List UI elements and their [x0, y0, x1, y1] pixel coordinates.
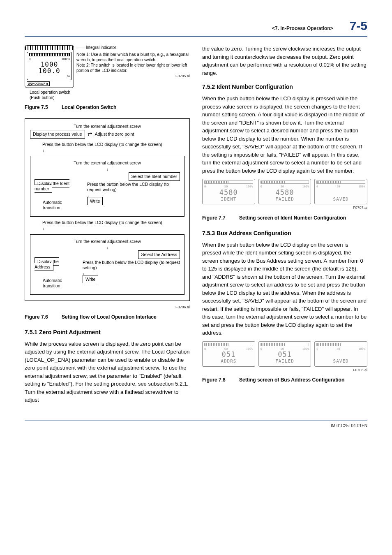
- lcd-label: SAVED: [316, 358, 365, 365]
- lcd-failed: 050100% 4580 FAILED: [258, 179, 311, 204]
- figure-7-5: 0100% 1000 100.0 % YOKOGAWA ◆ Local oper…: [25, 45, 190, 100]
- figure-7-5-caption: Figure 7.5Local Operation Switch: [25, 104, 190, 111]
- lcd-value: [316, 189, 365, 196]
- lcd-value: 4580: [204, 189, 253, 196]
- right-column: the value to zero. Turning the screw clo…: [202, 45, 367, 408]
- flow-display-addr: Display the Address: [35, 257, 59, 271]
- left-column: 0100% 1000 100.0 % YOKOGAWA ◆ Local oper…: [25, 45, 190, 408]
- figure-id: F0708.ai: [202, 368, 367, 373]
- flow-write-1: Write: [87, 197, 103, 205]
- arrow-down-icon-2: [30, 226, 184, 231]
- flow-adjust-zero: Adjust the zero point: [95, 131, 134, 138]
- integral-indicator-label: Integral indicator: [86, 45, 116, 50]
- lcd-saved: 050100% SAVED: [314, 341, 367, 367]
- note-1: Note 1: Use a thin bar which has a blunt…: [76, 52, 190, 62]
- flow-press-set: Press the button below the LCD display (…: [83, 259, 180, 271]
- lcd-pct: %: [67, 74, 70, 79]
- heading-7-5-3: 7.5.3 Bus Address Configuration: [202, 229, 367, 238]
- lcd-value: 051: [261, 351, 309, 358]
- flow-auto-2: Automatic transition: [43, 277, 74, 289]
- lcd-addrs: 050100% 051 ADDRS: [202, 341, 255, 367]
- body-7-5-3: When the push button below the LCD displ…: [202, 241, 367, 337]
- flow-select-ident: Select the Ident number: [129, 172, 180, 181]
- flow-auto-1: Automatic transition: [43, 199, 79, 211]
- flow-write-2: Write: [83, 275, 98, 283]
- lcd-value: 4580: [261, 189, 309, 196]
- body-7-5-2: When the push button below the LCD displ…: [202, 95, 367, 175]
- figure-7-6-caption: Figure 7.6Setting flow of Local Operatio…: [25, 313, 190, 321]
- lcd-indicator-icon: 0100% 1000 100.0 % YOKOGAWA ◆: [25, 45, 74, 88]
- local-switch-label: Local operation switch (Push-button): [30, 90, 74, 100]
- lcd-value: 051: [204, 351, 253, 358]
- lcd-value: [316, 351, 365, 358]
- footer-docid: IM 01C25T04-01EN: [25, 421, 367, 429]
- push-button-icon: [28, 83, 32, 86]
- figure-id: F0706.ai: [25, 305, 190, 310]
- flow-turn-ext-3: Turn the external adjustment screw: [35, 238, 180, 245]
- body-7-5-1: While the process value screen is displa…: [25, 340, 190, 404]
- figure-id: F0707.ai: [202, 205, 367, 211]
- lcd-value-big: 100.0: [29, 68, 70, 74]
- lcd-label: IDENT: [204, 196, 253, 203]
- flow-press-write-1: Press the button below the LCD display (…: [87, 181, 180, 193]
- arrow-down-icon: [30, 148, 184, 153]
- lcd-saved: 050100% SAVED: [314, 179, 367, 204]
- lcd-failed: 050100% 051 FAILED: [258, 341, 311, 367]
- figure-7-8-caption: Figure 7.8Setting screen of Bus Address …: [202, 376, 367, 384]
- page-number: 7-5: [350, 16, 367, 35]
- heading-7-5-2: 7.5.2 Ident Number Configuration: [202, 83, 367, 91]
- lcd-label: SAVED: [316, 196, 365, 203]
- note-2: Note 2: The switch is located in either …: [76, 62, 190, 73]
- figure-7-7-caption: Figure 7.7Setting screen of Ident Number…: [202, 214, 367, 222]
- arrow-right-icon: ⇄: [88, 131, 92, 138]
- flow-press-change-2: Press the button below the LCD display (…: [42, 219, 184, 226]
- figure-7-7-screens: 050100% 4580 IDENT 050100% 4580 FAILED 0…: [202, 179, 367, 204]
- lcd-ident: 050100% 4580 IDENT: [202, 179, 255, 204]
- flow-press-change-1: Press the button below the LCD display (…: [42, 141, 184, 148]
- flow-turn-ext-1: Turn the external adjustment screw: [30, 123, 184, 130]
- scale-100: 100%: [62, 57, 70, 61]
- lcd-label: FAILED: [261, 358, 309, 365]
- lcd-label: ADDRS: [204, 358, 253, 365]
- flow-display-process: Display the process value: [30, 130, 85, 139]
- figure-7-6-flowchart: Turn the external adjustment screw Displ…: [25, 118, 190, 310]
- scale-0: 0: [29, 57, 30, 61]
- flow-turn-ext-2: Turn the external adjustment screw: [35, 160, 180, 166]
- page-header: <7. In-Process Operation> 7-5: [25, 16, 367, 37]
- flow-select-addr: Select the Address: [138, 250, 180, 259]
- figure-7-8-screens: 050100% 051 ADDRS 050100% 051 FAILED 050…: [202, 341, 367, 367]
- lcd-label: FAILED: [261, 196, 309, 203]
- figure-id: F0705.ai: [76, 74, 190, 79]
- flow-display-ident: Display the Ident number: [35, 179, 69, 193]
- col2-intro: the value to zero. Turning the screw clo…: [202, 45, 367, 77]
- section-title: <7. In-Process Operation>: [272, 25, 333, 32]
- heading-7-5-1: 7.5.1 Zero Point Adjustment: [25, 328, 190, 337]
